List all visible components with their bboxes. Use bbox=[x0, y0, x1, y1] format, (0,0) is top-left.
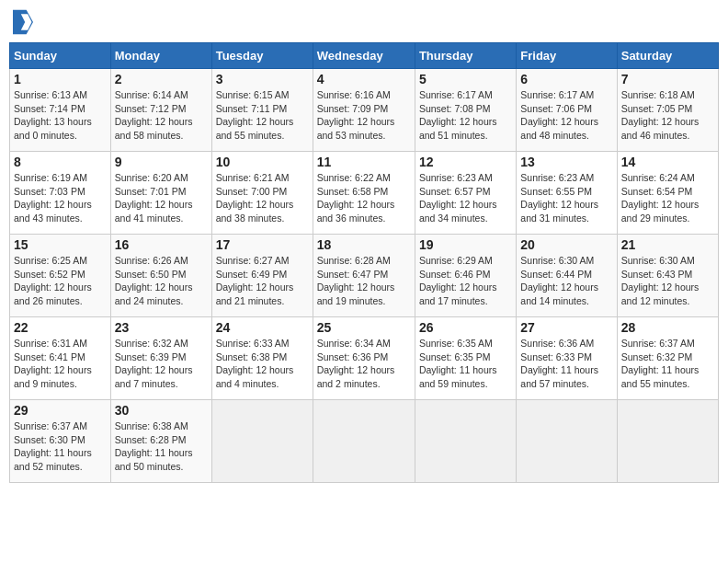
day-detail: Sunrise: 6:16 AMSunset: 7:09 PMDaylight:… bbox=[317, 89, 395, 141]
day-detail: Sunrise: 6:36 AMSunset: 6:33 PMDaylight:… bbox=[520, 338, 598, 389]
calendar-cell: 8Sunrise: 6:19 AMSunset: 7:03 PMDaylight… bbox=[10, 152, 111, 235]
day-number: 2 bbox=[115, 72, 208, 86]
day-number: 26 bbox=[419, 320, 512, 335]
calendar-week-row: 29Sunrise: 6:37 AMSunset: 6:30 PMDayligh… bbox=[10, 400, 719, 483]
calendar-cell bbox=[313, 400, 415, 483]
calendar-cell: 10Sunrise: 6:21 AMSunset: 7:00 PMDayligh… bbox=[211, 152, 313, 235]
day-number: 6 bbox=[520, 72, 612, 86]
day-number: 20 bbox=[520, 237, 612, 252]
day-number: 11 bbox=[317, 155, 411, 169]
calendar-cell: 27Sunrise: 6:36 AMSunset: 6:33 PMDayligh… bbox=[517, 317, 617, 400]
day-header-monday: Monday bbox=[110, 43, 211, 69]
day-number: 17 bbox=[216, 237, 309, 252]
day-header-thursday: Thursday bbox=[415, 43, 516, 69]
calendar-cell: 26Sunrise: 6:35 AMSunset: 6:35 PMDayligh… bbox=[415, 317, 516, 400]
calendar-cell: 24Sunrise: 6:33 AMSunset: 6:38 PMDayligh… bbox=[211, 317, 313, 400]
day-number: 30 bbox=[115, 403, 208, 418]
day-detail: Sunrise: 6:30 AMSunset: 6:44 PMDaylight:… bbox=[520, 255, 598, 306]
day-detail: Sunrise: 6:25 AMSunset: 6:52 PMDaylight:… bbox=[14, 255, 92, 306]
day-detail: Sunrise: 6:19 AMSunset: 7:03 PMDaylight:… bbox=[14, 172, 92, 224]
day-detail: Sunrise: 6:37 AMSunset: 6:32 PMDaylight:… bbox=[621, 338, 700, 389]
calendar-cell: 7Sunrise: 6:18 AMSunset: 7:05 PMDaylight… bbox=[617, 69, 718, 152]
day-detail: Sunrise: 6:27 AMSunset: 6:49 PMDaylight:… bbox=[216, 255, 294, 306]
calendar-cell: 4Sunrise: 6:16 AMSunset: 7:09 PMDaylight… bbox=[313, 69, 415, 152]
day-header-tuesday: Tuesday bbox=[211, 43, 313, 69]
day-detail: Sunrise: 6:34 AMSunset: 6:36 PMDaylight:… bbox=[317, 338, 395, 389]
day-number: 3 bbox=[216, 72, 309, 86]
day-detail: Sunrise: 6:15 AMSunset: 7:11 PMDaylight:… bbox=[216, 89, 294, 141]
day-number: 1 bbox=[14, 72, 107, 86]
calendar-cell: 29Sunrise: 6:37 AMSunset: 6:30 PMDayligh… bbox=[10, 400, 111, 483]
day-number: 10 bbox=[216, 155, 309, 169]
day-detail: Sunrise: 6:18 AMSunset: 7:05 PMDaylight:… bbox=[621, 89, 700, 141]
calendar-cell: 19Sunrise: 6:29 AMSunset: 6:46 PMDayligh… bbox=[415, 235, 516, 317]
day-detail: Sunrise: 6:21 AMSunset: 7:00 PMDaylight:… bbox=[216, 172, 294, 224]
calendar-cell: 13Sunrise: 6:23 AMSunset: 6:55 PMDayligh… bbox=[517, 152, 617, 235]
page-header bbox=[9, 9, 719, 35]
calendar-week-row: 1Sunrise: 6:13 AMSunset: 7:14 PMDaylight… bbox=[10, 69, 719, 152]
day-detail: Sunrise: 6:20 AMSunset: 7:01 PMDaylight:… bbox=[115, 172, 193, 224]
day-detail: Sunrise: 6:35 AMSunset: 6:35 PMDaylight:… bbox=[419, 338, 497, 389]
calendar-week-row: 22Sunrise: 6:31 AMSunset: 6:41 PMDayligh… bbox=[10, 317, 719, 400]
day-number: 25 bbox=[317, 320, 411, 335]
day-detail: Sunrise: 6:32 AMSunset: 6:39 PMDaylight:… bbox=[115, 338, 193, 389]
day-number: 12 bbox=[419, 155, 512, 169]
calendar-table: SundayMondayTuesdayWednesdayThursdayFrid… bbox=[9, 42, 719, 483]
day-number: 24 bbox=[216, 320, 309, 335]
day-number: 16 bbox=[115, 237, 208, 252]
calendar-header-row: SundayMondayTuesdayWednesdayThursdayFrid… bbox=[10, 43, 719, 69]
calendar-cell bbox=[517, 400, 617, 483]
day-detail: Sunrise: 6:33 AMSunset: 6:38 PMDaylight:… bbox=[216, 338, 294, 389]
calendar-cell: 28Sunrise: 6:37 AMSunset: 6:32 PMDayligh… bbox=[617, 317, 718, 400]
day-number: 9 bbox=[115, 155, 208, 169]
calendar-week-row: 8Sunrise: 6:19 AMSunset: 7:03 PMDaylight… bbox=[10, 152, 719, 235]
calendar-cell: 2Sunrise: 6:14 AMSunset: 7:12 PMDaylight… bbox=[110, 69, 211, 152]
day-detail: Sunrise: 6:31 AMSunset: 6:41 PMDaylight:… bbox=[14, 338, 92, 389]
day-detail: Sunrise: 6:17 AMSunset: 7:08 PMDaylight:… bbox=[419, 89, 497, 141]
calendar-week-row: 15Sunrise: 6:25 AMSunset: 6:52 PMDayligh… bbox=[10, 235, 719, 317]
day-number: 28 bbox=[621, 320, 714, 335]
day-header-saturday: Saturday bbox=[617, 43, 718, 69]
calendar-cell: 18Sunrise: 6:28 AMSunset: 6:47 PMDayligh… bbox=[313, 235, 415, 317]
logo bbox=[13, 9, 35, 35]
calendar-cell: 25Sunrise: 6:34 AMSunset: 6:36 PMDayligh… bbox=[313, 317, 415, 400]
calendar-cell: 6Sunrise: 6:17 AMSunset: 7:06 PMDaylight… bbox=[517, 69, 617, 152]
calendar-cell: 11Sunrise: 6:22 AMSunset: 6:58 PMDayligh… bbox=[313, 152, 415, 235]
day-number: 15 bbox=[14, 237, 107, 252]
calendar-cell: 30Sunrise: 6:38 AMSunset: 6:28 PMDayligh… bbox=[110, 400, 211, 483]
calendar-cell: 1Sunrise: 6:13 AMSunset: 7:14 PMDaylight… bbox=[10, 69, 111, 152]
day-detail: Sunrise: 6:23 AMSunset: 6:55 PMDaylight:… bbox=[520, 172, 598, 224]
day-detail: Sunrise: 6:29 AMSunset: 6:46 PMDaylight:… bbox=[419, 255, 497, 306]
day-number: 23 bbox=[115, 320, 208, 335]
day-detail: Sunrise: 6:38 AMSunset: 6:28 PMDaylight:… bbox=[115, 420, 193, 472]
calendar-cell bbox=[415, 400, 516, 483]
logo-icon bbox=[13, 9, 33, 35]
day-detail: Sunrise: 6:17 AMSunset: 7:06 PMDaylight:… bbox=[520, 89, 598, 141]
day-header-sunday: Sunday bbox=[10, 43, 111, 69]
calendar-cell bbox=[617, 400, 718, 483]
day-detail: Sunrise: 6:37 AMSunset: 6:30 PMDaylight:… bbox=[14, 420, 92, 472]
calendar-cell bbox=[211, 400, 313, 483]
calendar-cell: 9Sunrise: 6:20 AMSunset: 7:01 PMDaylight… bbox=[110, 152, 211, 235]
day-number: 21 bbox=[621, 237, 714, 252]
calendar-cell: 3Sunrise: 6:15 AMSunset: 7:11 PMDaylight… bbox=[211, 69, 313, 152]
day-number: 27 bbox=[520, 320, 612, 335]
calendar-cell: 15Sunrise: 6:25 AMSunset: 6:52 PMDayligh… bbox=[10, 235, 111, 317]
day-number: 19 bbox=[419, 237, 512, 252]
day-header-friday: Friday bbox=[517, 43, 617, 69]
day-detail: Sunrise: 6:22 AMSunset: 6:58 PMDaylight:… bbox=[317, 172, 395, 224]
day-number: 7 bbox=[621, 72, 714, 86]
day-detail: Sunrise: 6:24 AMSunset: 6:54 PMDaylight:… bbox=[621, 172, 700, 224]
calendar-cell: 21Sunrise: 6:30 AMSunset: 6:43 PMDayligh… bbox=[617, 235, 718, 317]
day-number: 4 bbox=[317, 72, 411, 86]
day-number: 5 bbox=[419, 72, 512, 86]
day-detail: Sunrise: 6:28 AMSunset: 6:47 PMDaylight:… bbox=[317, 255, 395, 306]
calendar-cell: 23Sunrise: 6:32 AMSunset: 6:39 PMDayligh… bbox=[110, 317, 211, 400]
day-detail: Sunrise: 6:13 AMSunset: 7:14 PMDaylight:… bbox=[14, 89, 92, 141]
day-number: 18 bbox=[317, 237, 411, 252]
calendar-cell: 17Sunrise: 6:27 AMSunset: 6:49 PMDayligh… bbox=[211, 235, 313, 317]
day-header-wednesday: Wednesday bbox=[313, 43, 415, 69]
day-detail: Sunrise: 6:14 AMSunset: 7:12 PMDaylight:… bbox=[115, 89, 193, 141]
day-number: 29 bbox=[14, 403, 107, 418]
calendar-cell: 22Sunrise: 6:31 AMSunset: 6:41 PMDayligh… bbox=[10, 317, 111, 400]
